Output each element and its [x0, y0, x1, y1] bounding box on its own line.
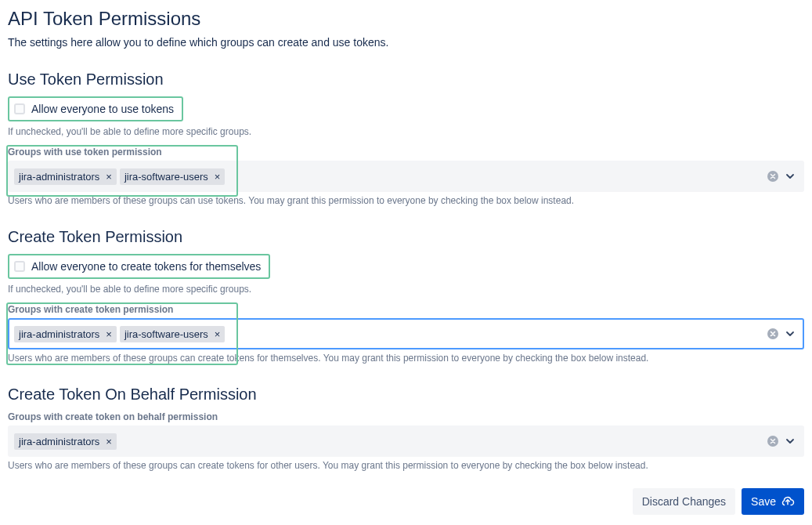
checkbox-icon — [14, 261, 25, 272]
save-button-label: Save — [751, 495, 776, 508]
create-on-behalf-groups-label: Groups with create token on behalf permi… — [8, 411, 804, 422]
create-token-groups-help: Users who are members of these groups ca… — [8, 353, 804, 364]
remove-tag-icon[interactable]: × — [103, 170, 115, 183]
chevron-down-icon[interactable] — [784, 328, 796, 340]
use-token-allow-everyone-checkbox[interactable]: Allow everyone to use tokens — [8, 96, 183, 121]
page-description: The settings here allow you to define wh… — [8, 36, 804, 49]
checkbox-label: Allow everyone to create tokens for them… — [31, 260, 261, 273]
tag-label: jira-software-users — [125, 171, 208, 183]
create-token-checkbox-help: If unchecked, you'll be able to define m… — [8, 284, 804, 295]
tag-jira-administrators: jira-administrators × — [14, 433, 117, 450]
create-on-behalf-groups-field: Groups with create token on behalf permi… — [8, 411, 804, 457]
checkbox-icon — [14, 103, 25, 114]
chevron-down-icon[interactable] — [784, 435, 796, 447]
tag-label: jira-administrators — [19, 436, 99, 447]
create-token-groups-select[interactable]: jira-administrators × jira-software-user… — [8, 318, 804, 349]
tag-label: jira-software-users — [125, 328, 208, 340]
chevron-down-icon[interactable] — [784, 170, 796, 183]
create-token-groups-label: Groups with create token permission — [8, 304, 804, 315]
page-title: API Token Permissions — [8, 8, 804, 30]
use-token-groups-label: Groups with use token permission — [8, 147, 804, 158]
create-on-behalf-section: Create Token On Behalf Permission Groups… — [8, 386, 804, 471]
use-token-groups-field: Groups with use token permission jira-ad… — [8, 147, 804, 192]
create-on-behalf-groups-select[interactable]: jira-administrators × — [8, 425, 804, 457]
create-token-allow-everyone-checkbox[interactable]: Allow everyone to create tokens for them… — [8, 254, 270, 279]
tag-jira-software-users: jira-software-users × — [120, 326, 226, 342]
save-button[interactable]: Save — [742, 488, 804, 515]
create-token-section: Create Token Permission Allow everyone t… — [8, 228, 804, 364]
remove-tag-icon[interactable]: × — [103, 328, 115, 341]
use-token-heading: Use Token Permission — [8, 71, 804, 89]
use-token-groups-help: Users who are members of these groups ca… — [8, 195, 804, 206]
tag-jira-administrators: jira-administrators × — [14, 168, 117, 185]
create-token-heading: Create Token Permission — [8, 228, 804, 246]
tag-label: jira-administrators — [19, 171, 99, 183]
create-on-behalf-groups-help: Users who are members of these groups ca… — [8, 460, 804, 471]
remove-tag-icon[interactable]: × — [103, 435, 115, 448]
create-token-groups-field: Groups with create token permission jira… — [8, 304, 804, 349]
remove-tag-icon[interactable]: × — [211, 328, 224, 341]
clear-all-icon[interactable] — [767, 435, 779, 447]
tag-label: jira-administrators — [19, 328, 99, 340]
use-token-section: Use Token Permission Allow everyone to u… — [8, 71, 804, 206]
discard-changes-button[interactable]: Discard Changes — [633, 488, 735, 515]
tag-jira-software-users: jira-software-users × — [120, 168, 226, 185]
remove-tag-icon[interactable]: × — [211, 170, 224, 183]
checkbox-label: Allow everyone to use tokens — [31, 103, 174, 115]
clear-all-icon[interactable] — [767, 170, 779, 183]
footer-actions: Discard Changes Save — [8, 488, 804, 515]
tag-jira-administrators: jira-administrators × — [14, 326, 117, 342]
clear-all-icon[interactable] — [767, 328, 779, 340]
create-on-behalf-heading: Create Token On Behalf Permission — [8, 386, 804, 404]
cloud-upload-icon — [781, 494, 795, 509]
use-token-checkbox-help: If unchecked, you'll be able to define m… — [8, 126, 804, 137]
use-token-groups-select[interactable]: jira-administrators × jira-software-user… — [8, 161, 804, 192]
